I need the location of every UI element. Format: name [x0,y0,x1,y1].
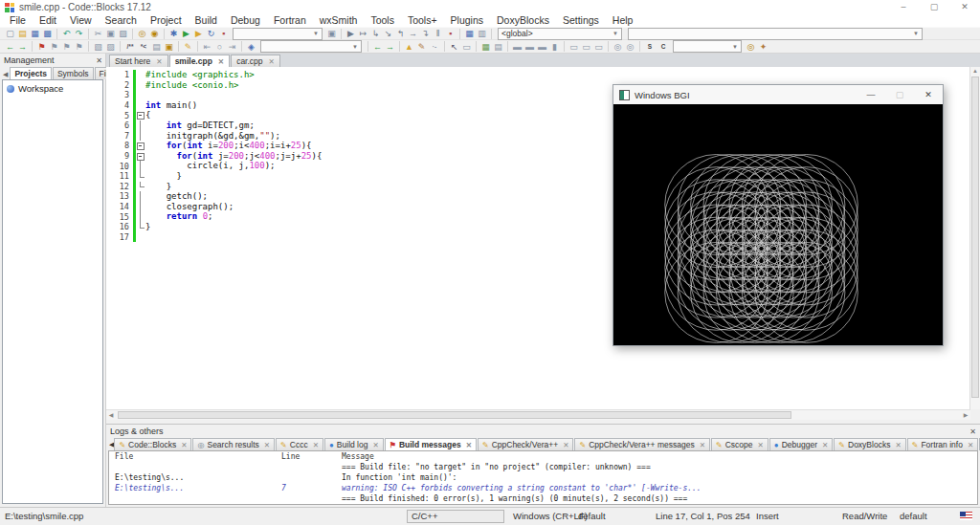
fold-toggle-icon[interactable] [136,151,145,162]
log-tab-debugger[interactable]: ●Debugger✕ [769,438,833,450]
menu-file[interactable]: File [3,14,33,27]
management-tab-projects[interactable]: Projects [10,67,52,79]
fold-toggle-icon[interactable] [136,110,145,120]
close-icon[interactable]: ✕ [949,0,980,14]
align-left-icon[interactable]: ▬ [511,41,523,53]
editor-tab-start-here[interactable]: Start here✕ [109,55,168,67]
next-line-icon[interactable]: ↳ [369,28,382,39]
replace-icon[interactable]: ◉ [148,28,161,39]
thread-search-icon[interactable]: ◎ [745,41,757,53]
rebuild-icon[interactable]: ↻ [205,28,217,39]
tab-close-icon[interactable]: ✕ [372,441,378,449]
tab-close-icon[interactable]: ✕ [895,441,901,449]
abort-build-icon[interactable]: ▪ [217,28,230,39]
highlight-tool-icon[interactable]: ▲ [403,41,415,53]
log-tab-cppcheck-vera--[interactable]: ✎CppCheck/Vera++✕ [478,438,573,450]
border-2-icon[interactable]: ▭ [580,41,592,53]
menu-fortran[interactable]: Fortran [267,14,313,27]
log-tab-build-messages[interactable]: ⚑Build messages✕ [385,438,477,450]
editor-horizontal-scrollbar[interactable]: ◀ ▶ [106,409,970,420]
incsearch-mark-icon[interactable]: ○ [213,41,226,53]
debugging-windows-icon[interactable]: ▦ [463,28,476,39]
incsearch-combo[interactable]: ▼ [260,40,362,53]
doxy-block-comment-icon[interactable]: /** [123,41,137,53]
management-close-icon[interactable]: ✕ [96,56,102,65]
next-bookmark-icon[interactable]: ⚑ [60,41,73,53]
logs-close-icon[interactable]: ✕ [969,427,976,436]
copy-icon[interactable]: ▣ [104,28,117,39]
save-all-icon[interactable]: ▩ [41,28,54,39]
fold-toggle-icon[interactable] [136,141,145,151]
clear-bookmarks-icon[interactable]: ⚑ [73,41,85,53]
search-options-icon[interactable]: ✦ [757,41,769,53]
doxy-doc-icon[interactable]: ▣ [163,41,175,53]
debug-pause-icon[interactable]: ‖ [432,28,444,39]
dot-tool-icon[interactable]: ·- [428,41,441,53]
scroll-left-icon[interactable]: ◀ [106,410,116,420]
debug-continue-icon[interactable]: ▶ [345,28,357,39]
build-message-row[interactable]: === Build file: "no target" in "no proje… [109,462,977,472]
doxy-html-icon[interactable]: ▤ [150,41,163,53]
log-tab-cppcheck-vera---messages[interactable]: ✎CppCheck/Vera++ messages✕ [574,438,710,450]
tab-close-icon[interactable]: ✕ [822,441,828,449]
menu-plugins[interactable]: Plugins [444,14,490,27]
paste-icon[interactable]: ▨ [117,28,129,39]
wx-frame-icon[interactable]: ▭ [460,41,473,53]
log-tab-search-results[interactable]: ◎Search results✕ [192,438,275,450]
tab-close-icon[interactable]: ✕ [269,57,275,66]
horizontal-scroll-thumb[interactable] [118,411,791,419]
maximize-icon[interactable]: ▢ [919,0,949,14]
toggle-bookmark-icon[interactable]: ⚑ [35,41,48,53]
editor-vertical-scrollbar[interactable]: ▲ [969,67,980,409]
tab-close-icon[interactable]: ✕ [156,57,162,66]
bgi-close-icon[interactable]: ✕ [914,85,943,104]
menu-help[interactable]: Help [606,14,640,27]
prev-bookmark-icon[interactable]: ⚑ [48,41,60,53]
log-tab-cccc[interactable]: ✎Cccc✕ [276,438,323,450]
doxy-edit-icon[interactable]: ✎ [182,41,194,53]
editor-tab-smile-cpp[interactable]: smile.cpp✕ [169,55,231,67]
tab-close-icon[interactable]: ✕ [264,441,270,449]
tab-close-icon[interactable]: ✕ [700,441,705,449]
bgi-window[interactable]: Windows BGI — ▢ ✕ [612,84,944,346]
build-message-row[interactable]: E:\testing\s...7warning: ISO C++ forbids… [109,483,977,493]
save-file-icon[interactable]: ▦ [29,28,41,39]
step-into-icon[interactable]: ↘ [382,28,394,39]
doxy-line-comment-icon[interactable]: *< [137,41,150,53]
management-tab-symbols[interactable]: Symbols [53,67,94,79]
debug-info-icon[interactable]: ▥ [476,28,488,39]
bgi-minimize-icon[interactable]: — [857,85,885,104]
stream-comment-icon[interactable]: ▨ [104,41,117,53]
scroll-up-icon[interactable]: ▲ [970,67,980,76]
menu-tools[interactable]: Tools [364,14,401,27]
menu-build[interactable]: Build [189,14,224,27]
scope-combo[interactable]: <global>▼ [498,28,622,40]
nav-back-icon[interactable]: ← [4,41,16,53]
thesaurus-icon[interactable]: C [657,41,670,53]
workspace-item[interactable]: Workspace [3,80,102,94]
undo-icon[interactable]: ↶ [60,28,73,39]
jump-forward-icon[interactable]: → [384,41,396,53]
tabs-scroll-left-icon[interactable]: ◀ [2,71,10,79]
open-file-icon[interactable]: ▤ [16,28,29,39]
log-tab-cscope[interactable]: ✎Cscope✕ [711,438,768,450]
redo-icon[interactable]: ↷ [73,28,85,39]
menu-wxsmith[interactable]: wxSmith [313,14,365,27]
wx-cursor-icon[interactable]: ↖ [448,41,460,53]
log-tab-fortran-info[interactable]: ✎Fortran info✕ [907,438,978,450]
editor-tab-car-cpp[interactable]: car.cpp✕ [231,55,280,67]
build-target-combo[interactable]: ▼ [233,28,323,40]
symbol-combo[interactable]: ▼ [628,28,923,40]
bgi-maximize-icon[interactable]: ▢ [885,85,914,104]
menu-doxyblocks[interactable]: DoxyBlocks [490,14,556,27]
thread-search-combo[interactable]: ▼ [673,40,742,53]
menu-settings[interactable]: Settings [556,14,606,27]
tab-close-icon[interactable]: ✕ [181,441,187,449]
incsearch-toggle-icon[interactable]: ◈ [245,41,257,53]
block-comment-icon[interactable]: ▧ [92,41,104,53]
build-message-row[interactable]: E:\testing\s...In function 'int main()': [109,472,977,483]
incsearch-prev-icon[interactable]: ⇤ [201,41,213,53]
vertical-scroll-thumb[interactable] [971,77,979,398]
nav-forward-icon[interactable]: → [16,41,29,53]
align-center-icon[interactable]: ▬ [523,41,536,53]
